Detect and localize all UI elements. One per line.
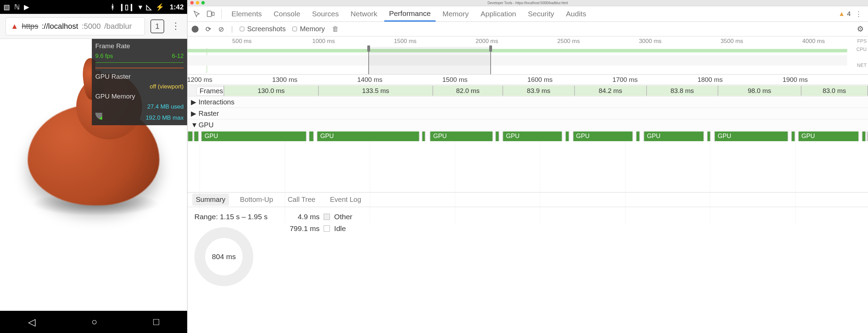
warnings-count: 4 [847,10,851,18]
gpu-segment[interactable]: GPU [201,131,306,141]
gpu-segment[interactable]: GPU [643,131,704,141]
zoom-window-icon[interactable] [201,1,205,5]
overview-selection[interactable] [368,47,491,74]
hud-fps-range: 6-12 [172,51,184,61]
android-nav-bar: ◁ ○ □ [0,311,187,333]
devtools-menu-icon[interactable]: ⋮ [853,8,865,20]
gpu-segment[interactable]: GPU [573,131,633,141]
url-port: :5000 [82,22,101,31]
interactions-row[interactable]: ▶ Interactions [187,96,868,108]
play-icon: ▶ [24,3,29,11]
frame-segment[interactable]: 84.2 ms [575,86,647,96]
tab-audits[interactable]: Audits [561,6,591,22]
url-host: ://localhost [42,22,78,31]
gpu-sliver[interactable] [707,131,711,141]
frames-track[interactable]: Frames 130.0 ms133.5 ms82.0 ms83.9 ms84.… [187,85,868,96]
reload-button[interactable]: ⟳ [205,25,211,33]
recents-icon[interactable]: □ [153,316,159,327]
url-path: /badblur [104,22,132,31]
devtools-titlebar: Developer Tools - https://localhost:5000… [187,0,868,6]
frame-segment[interactable]: 98.0 ms [718,86,801,96]
selection-handle-right[interactable] [489,45,492,52]
gpu-sliver[interactable] [565,131,569,141]
gpu-sliver[interactable] [187,131,193,141]
hud-fps-value: 9.6 fps [95,51,113,61]
frame-segment[interactable]: 83.9 ms [503,86,575,96]
close-window-icon[interactable] [190,1,194,5]
frame-segment[interactable]: 83.8 ms [647,86,718,96]
flame-chart[interactable]: 1200 ms1300 ms1400 ms1500 ms1600 ms1700 … [187,75,868,333]
gpu-sliver[interactable] [309,131,314,141]
collapse-icon[interactable]: ▼ [191,121,196,129]
memory-toggle[interactable]: Memory [292,25,325,33]
gpu-sliver[interactable] [862,131,866,141]
expand-icon[interactable]: ▶ [191,98,196,106]
gpu-segment[interactable]: GPU [430,131,493,141]
timeline-overview[interactable]: 500 ms1000 ms1500 ms2000 ms2500 ms3000 m… [187,36,868,75]
url-proto: https [22,22,38,31]
minimize-window-icon[interactable] [196,1,199,5]
hud-gpu-raster-value: off (viewport) [150,82,184,91]
tab-sources[interactable]: Sources [307,6,344,22]
tab-console[interactable]: Console [269,6,305,22]
trash-button[interactable]: 🗑 [332,25,339,33]
summary-tab-summary[interactable]: Summary [192,194,229,206]
gpu-sliver[interactable] [194,131,199,141]
hud-gpu-raster-label: GPU Raster [95,71,131,82]
raster-row[interactable]: ▶ Raster [187,108,868,119]
summary-tab-call-tree[interactable]: Call Tree [284,194,319,206]
tab-performance[interactable]: Performance [384,6,436,22]
gpu-segment[interactable]: GPU [714,131,788,141]
expand-icon[interactable]: ▶ [191,109,196,118]
frame-segment[interactable]: 130.0 ms [223,86,319,96]
summary-legend: 4.9 msOther799.1 msIdle [281,213,352,236]
gpu-segment[interactable]: GPU [317,131,420,141]
tab-memory[interactable]: Memory [438,6,474,22]
overview-tick: 2500 ms [557,38,580,45]
battery-charging-icon: ⚡ [156,3,164,11]
inspect-element-icon[interactable] [191,8,203,20]
tab-switcher[interactable]: 1 [150,19,164,33]
overview-cpu-band [187,55,847,66]
gpu-sliver[interactable] [636,131,640,141]
tab-network[interactable]: Network [346,6,382,22]
warnings-chip[interactable]: ▲ 4 [839,10,851,18]
gpu-sliver[interactable] [495,131,499,141]
chrome-menu-icon[interactable]: ⋮ [170,21,182,32]
url-box[interactable]: ▲ https://localhost:5000/badblur [6,17,145,35]
record-button[interactable] [192,26,199,33]
interactions-label: Interactions [199,98,234,106]
summary-tab-bottom-up[interactable]: Bottom-Up [237,194,277,206]
selection-handle-left[interactable] [367,45,370,52]
summary-tab-event-log[interactable]: Event Log [326,194,365,206]
overview-side-labels: FPS CPU NET [856,37,867,69]
capture-settings-icon[interactable]: ⚙ [857,25,864,34]
gpu-row[interactable]: ▼ GPU [187,119,868,131]
gpu-sliver[interactable] [867,131,868,141]
devtools-window: Developer Tools - https://localhost:5000… [187,0,868,333]
device-toolbar-icon[interactable] [205,8,217,20]
gpu-sliver[interactable] [422,131,426,141]
clear-button[interactable]: ⊘ [218,25,224,33]
overview-tick: 4000 ms [802,38,825,45]
range-label: Range: 1.15 s – 1.95 s [194,213,268,221]
tab-security[interactable]: Security [523,6,559,22]
back-icon[interactable]: ◁ [28,316,36,328]
gpu-sliver[interactable] [791,131,795,141]
screenshots-toggle[interactable]: Screenshots [240,25,286,33]
gpu-track[interactable]: GPUGPUGPUGPUGPUGPUGPUGPU [187,131,868,143]
frame-segment[interactable]: 83.0 ms [801,86,868,96]
home-icon[interactable]: ○ [91,316,97,327]
gpu-segment[interactable]: GPU [502,131,562,141]
gpu-segment[interactable]: GPU [798,131,859,141]
tab-elements[interactable]: Elements [227,6,267,22]
flame-ruler: 1200 ms1300 ms1400 ms1500 ms1600 ms1700 … [187,75,868,85]
frame-segment[interactable]: 133.5 ms [319,86,433,96]
frame-segment[interactable]: 82.0 ms [433,86,503,96]
clock: 1:42 [170,3,184,11]
hud-gpu-memory-label: GPU Memory [95,91,135,102]
raster-label: Raster [199,110,219,118]
tab-application[interactable]: Application [476,6,521,22]
hud-frame-rate-label: Frame Rate [95,41,130,51]
screenshots-label: Screenshots [247,25,286,33]
